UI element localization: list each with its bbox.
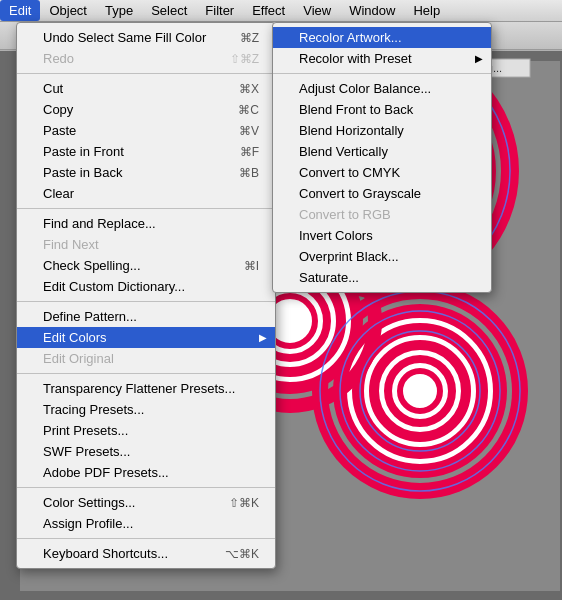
menubar-help[interactable]: Help xyxy=(404,0,449,21)
menu-item-swf-presets[interactable]: SWF Presets... xyxy=(17,441,275,462)
submenu-item-adjust-balance[interactable]: Adjust Color Balance... xyxy=(273,78,491,99)
menu-item-paste[interactable]: Paste ⌘V xyxy=(17,120,275,141)
menu-item-edit-original[interactable]: Edit Original xyxy=(17,348,275,369)
menubar-select[interactable]: Select xyxy=(142,0,196,21)
menu-item-cut[interactable]: Cut ⌘X xyxy=(17,78,275,99)
separator-5 xyxy=(17,487,275,488)
separator-4 xyxy=(17,373,275,374)
submenu-item-recolor-preset[interactable]: Recolor with Preset ▶ xyxy=(273,48,491,69)
separator-1 xyxy=(17,73,275,74)
menubar-view[interactable]: View xyxy=(294,0,340,21)
menu-item-custom-dict[interactable]: Edit Custom Dictionary... xyxy=(17,276,275,297)
separator-2 xyxy=(17,208,275,209)
menu-item-define-pattern[interactable]: Define Pattern... xyxy=(17,306,275,327)
menu-item-find-replace[interactable]: Find and Replace... xyxy=(17,213,275,234)
menubar: Edit Object Type Select Filter Effect Vi… xyxy=(0,0,562,22)
menubar-effect[interactable]: Effect xyxy=(243,0,294,21)
menu-item-assign-profile[interactable]: Assign Profile... xyxy=(17,513,275,534)
menu-item-check-spelling[interactable]: Check Spelling... ⌘I xyxy=(17,255,275,276)
submenu-item-convert-grayscale[interactable]: Convert to Grayscale xyxy=(273,183,491,204)
submenu-item-convert-rgb[interactable]: Convert to RGB xyxy=(273,204,491,225)
submenu-item-saturate[interactable]: Saturate... xyxy=(273,267,491,288)
menu-item-transparency-presets[interactable]: Transparency Flattener Presets... xyxy=(17,378,275,399)
recolor-preset-arrow-icon: ▶ xyxy=(475,53,483,64)
menubar-type[interactable]: Type xyxy=(96,0,142,21)
submenu-item-blend-vertical[interactable]: Blend Vertically xyxy=(273,141,491,162)
menu-item-keyboard-shortcuts[interactable]: Keyboard Shortcuts... ⌥⌘K xyxy=(17,543,275,564)
submenu-item-blend-front-back[interactable]: Blend Front to Back xyxy=(273,99,491,120)
menu-item-find-next[interactable]: Find Next xyxy=(17,234,275,255)
menu-item-redo[interactable]: Redo ⇧⌘Z xyxy=(17,48,275,69)
separator-6 xyxy=(17,538,275,539)
menu-item-copy[interactable]: Copy ⌘C xyxy=(17,99,275,120)
edit-menu: Undo Select Same Fill Color ⌘Z Redo ⇧⌘Z … xyxy=(16,22,276,569)
menu-item-paste-front[interactable]: Paste in Front ⌘F xyxy=(17,141,275,162)
svg-point-34 xyxy=(408,379,432,403)
submenu-item-recolor-artwork[interactable]: Recolor Artwork... xyxy=(273,27,491,48)
svg-point-45 xyxy=(273,304,307,338)
menu-item-print-presets[interactable]: Print Presets... xyxy=(17,420,275,441)
submenu-item-convert-cmyk[interactable]: Convert to CMYK xyxy=(273,162,491,183)
menubar-edit[interactable]: Edit xyxy=(0,0,40,21)
separator-3 xyxy=(17,301,275,302)
menu-item-paste-back[interactable]: Paste in Back ⌘B xyxy=(17,162,275,183)
menu-item-edit-colors[interactable]: Edit Colors ▶ xyxy=(17,327,275,348)
menu-item-color-settings[interactable]: Color Settings... ⇧⌘K xyxy=(17,492,275,513)
edit-colors-submenu: Recolor Artwork... Recolor with Preset ▶… xyxy=(272,22,492,293)
menubar-window[interactable]: Window xyxy=(340,0,404,21)
submenu-item-blend-horizontal[interactable]: Blend Horizontally xyxy=(273,120,491,141)
menu-item-undo[interactable]: Undo Select Same Fill Color ⌘Z xyxy=(17,27,275,48)
menu-item-tracing-presets[interactable]: Tracing Presets... xyxy=(17,399,275,420)
submenu-item-invert-colors[interactable]: Invert Colors xyxy=(273,225,491,246)
menubar-filter[interactable]: Filter xyxy=(196,0,243,21)
submenu-item-overprint-black[interactable]: Overprint Black... xyxy=(273,246,491,267)
submenu-arrow-icon: ▶ xyxy=(259,332,267,343)
menu-item-clear[interactable]: Clear xyxy=(17,183,275,204)
menu-item-pdf-presets[interactable]: Adobe PDF Presets... xyxy=(17,462,275,483)
submenu-separator-1 xyxy=(273,73,491,74)
menubar-object[interactable]: Object xyxy=(40,0,96,21)
